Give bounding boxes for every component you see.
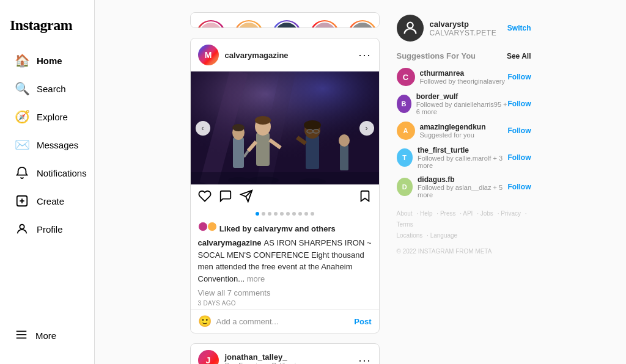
sidebar-item-profile[interactable]: Profile [5, 216, 89, 242]
follow-button[interactable]: Follow [508, 183, 531, 191]
follow-button[interactable]: Follow [508, 100, 531, 108]
suggestion-left: D didagus.fb Followed by aslan__diaz + 5… [397, 175, 508, 198]
sidebar: Instagram 🏠 Home 🔍 Search 🧭 Explore ✉️ M… [0, 0, 95, 364]
suggestion-info: border_wulf Followed by danielleharris95… [416, 92, 508, 115]
more-label: More [35, 330, 56, 341]
notifications-icon [15, 166, 29, 180]
account-username[interactable]: calvarystp [430, 20, 497, 29]
sidebar-item-messages[interactable]: ✉️ Messages [5, 131, 89, 158]
follow-button[interactable]: Follow [508, 126, 531, 135]
share-button[interactable] [240, 189, 253, 206]
sidebar-item-label-notifications: Notifications [37, 168, 87, 178]
footer-link-jobs[interactable]: Jobs [481, 210, 493, 217]
suggestions-title: Suggestions For You [397, 51, 476, 60]
suggestion-username[interactable]: the_first_turtle [418, 146, 508, 155]
suggestion-sub: Followed by aslan__diaz + 5 more [418, 184, 508, 198]
right-sidebar: calvarystp CALVARYST.PETE Switch Suggest… [397, 12, 531, 352]
post2-more-button[interactable]: ··· [358, 354, 371, 365]
post-avatar: M [198, 45, 219, 65]
post-actions [191, 184, 379, 208]
post-header-left: M calvarymagazine [198, 45, 289, 65]
carousel-dot [292, 212, 296, 216]
like-button[interactable] [198, 189, 212, 206]
footer-link-api[interactable]: API [463, 210, 473, 217]
post2-avatar-letter: J [206, 355, 211, 364]
switch-account-button[interactable]: Switch [507, 24, 531, 32]
post-more-button[interactable]: ··· [358, 49, 371, 62]
post2-username[interactable]: jonathan_talley_ [225, 352, 300, 362]
footer-link-terms[interactable]: Terms [397, 221, 413, 228]
suggestion-avatar: T [397, 148, 413, 167]
carousel-dot [311, 212, 314, 216]
sidebar-item-home[interactable]: 🏠 Home [5, 47, 89, 74]
post-header: M calvarymagazine ··· [191, 38, 379, 71]
post-likes-text: Liked by calvarymv and others [219, 224, 336, 233]
svg-point-45 [407, 23, 413, 28]
carousel-dot [298, 212, 302, 216]
likes-avatars [198, 224, 219, 233]
story-avatar-inner: J [236, 21, 262, 28]
follow-button[interactable]: Follow [508, 73, 531, 81]
account-left: calvarystp CALVARYST.PETE [397, 15, 497, 42]
post-comment-button[interactable]: Post [354, 317, 371, 326]
caption-username[interactable]: calvarymagazine [198, 238, 262, 247]
svg-rect-22 [233, 137, 244, 168]
story-avatar: T [348, 20, 377, 28]
suggestions-header: Suggestions For You See All [397, 51, 531, 60]
suggestion-sub: Followed by callie.marolf + 3 more [418, 155, 508, 169]
carousel-dot [256, 212, 259, 216]
suggestion-username[interactable]: cthurmanrea [420, 69, 505, 78]
suggestion-row: C cthurmanrea Followed by theoriginalave… [397, 68, 531, 86]
carousel-dot [274, 212, 278, 216]
post2-avatar: J [198, 350, 219, 364]
footer-link-language[interactable]: Language [430, 232, 458, 239]
footer-link-row: About · Help · Press · API · Jobs · Priv… [397, 208, 531, 230]
sidebar-bottom: More [0, 317, 94, 354]
suggestion-sub: Followed by danielleharris95 + 6 more [416, 101, 508, 115]
post-time: 3 DAYS AGO [191, 299, 379, 309]
comment-button[interactable] [219, 189, 232, 206]
account-avatar [397, 15, 424, 42]
suggestion-row: B border_wulf Followed by danielleharris… [397, 92, 531, 115]
more-button[interactable]: More [5, 322, 89, 349]
post2-header: J jonathan_talley_ San Francisco, Califo… [191, 344, 379, 364]
explore-icon: 🧭 [15, 109, 29, 124]
suggestion-username[interactable]: didagus.fb [418, 175, 508, 184]
sidebar-item-explore[interactable]: 🧭 Explore [5, 103, 89, 130]
svg-rect-33 [340, 145, 348, 170]
sidebar-item-label-create: Create [37, 196, 64, 206]
post2-header-left: J jonathan_talley_ San Francisco, Califo… [198, 350, 300, 364]
suggestion-sub: Suggested for you [420, 131, 486, 139]
footer-link-help[interactable]: Help [420, 210, 433, 217]
instagram-logo: Instagram [0, 10, 94, 46]
bookmark-button[interactable] [358, 189, 372, 206]
post2-location: San Francisco, California [225, 362, 300, 365]
messages-icon: ✉️ [15, 137, 29, 152]
suggestion-username[interactable]: border_wulf [416, 92, 508, 101]
see-all-button[interactable]: See All [507, 52, 531, 60]
carousel-dot [304, 212, 308, 216]
footer-link-locations[interactable]: Locations [397, 232, 423, 239]
footer-link-press[interactable]: Press [440, 210, 456, 217]
post-actions-left [198, 189, 253, 206]
carousel-dot [262, 212, 265, 216]
footer-link-about[interactable]: About [397, 210, 413, 217]
sidebar-item-create[interactable]: Create [5, 187, 89, 214]
follow-button[interactable]: Follow [508, 153, 531, 162]
post-username[interactable]: calvarymagazine [225, 51, 289, 60]
carousel-prev-button[interactable]: ‹ [196, 121, 210, 136]
emoji-button[interactable]: 🙂 [198, 315, 212, 328]
story-avatar-inner: M [274, 21, 300, 28]
suggestion-row: T the_first_turtle Followed by callie.ma… [397, 146, 531, 169]
view-comments-link[interactable]: View all 7 comments [191, 287, 379, 299]
caption-more[interactable]: more [247, 274, 265, 283]
sidebar-item-search[interactable]: 🔍 Search [5, 75, 89, 102]
carousel-dot [268, 212, 271, 216]
footer-link-privacy[interactable]: Privacy [501, 210, 521, 217]
suggestion-left: A amazinglegendkun Suggested for you [397, 122, 486, 140]
sidebar-item-notifications[interactable]: Notifications [5, 159, 89, 186]
suggestion-username[interactable]: amazinglegendkun [420, 123, 486, 131]
story-avatar-inner: T [350, 21, 375, 28]
carousel-next-button[interactable]: › [359, 121, 374, 136]
comment-input[interactable] [216, 317, 350, 326]
